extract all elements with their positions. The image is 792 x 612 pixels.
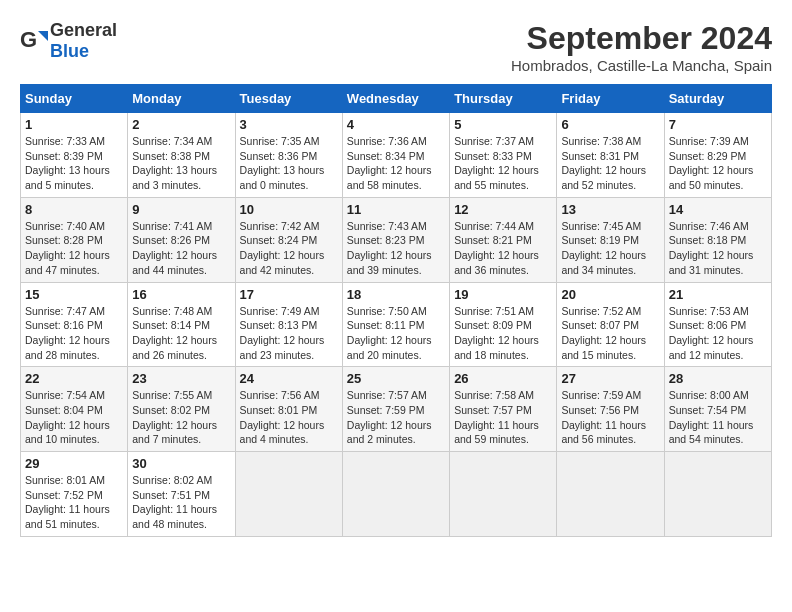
day-number: 23 <box>132 371 230 386</box>
table-row: 13 Sunrise: 7:45 AM Sunset: 8:19 PM Dayl… <box>557 197 664 282</box>
day-number: 14 <box>669 202 767 217</box>
day-number: 22 <box>25 371 123 386</box>
day-detail: Sunrise: 7:47 AM Sunset: 8:16 PM Dayligh… <box>25 304 123 363</box>
table-row <box>342 452 449 537</box>
day-detail: Sunrise: 7:41 AM Sunset: 8:26 PM Dayligh… <box>132 219 230 278</box>
day-detail: Sunrise: 7:49 AM Sunset: 8:13 PM Dayligh… <box>240 304 338 363</box>
title-block: September 2024 Hombrados, Castille-La Ma… <box>511 20 772 74</box>
table-row: 2 Sunrise: 7:34 AM Sunset: 8:38 PM Dayli… <box>128 113 235 198</box>
day-number: 16 <box>132 287 230 302</box>
month-title: September 2024 <box>511 20 772 57</box>
table-row <box>557 452 664 537</box>
day-number: 24 <box>240 371 338 386</box>
day-number: 7 <box>669 117 767 132</box>
day-detail: Sunrise: 7:36 AM Sunset: 8:34 PM Dayligh… <box>347 134 445 193</box>
table-row: 12 Sunrise: 7:44 AM Sunset: 8:21 PM Dayl… <box>450 197 557 282</box>
day-detail: Sunrise: 7:38 AM Sunset: 8:31 PM Dayligh… <box>561 134 659 193</box>
day-number: 17 <box>240 287 338 302</box>
location: Hombrados, Castille-La Mancha, Spain <box>511 57 772 74</box>
table-row <box>664 452 771 537</box>
table-row: 26 Sunrise: 7:58 AM Sunset: 7:57 PM Dayl… <box>450 367 557 452</box>
calendar-week-row: 29 Sunrise: 8:01 AM Sunset: 7:52 PM Dayl… <box>21 452 772 537</box>
day-number: 15 <box>25 287 123 302</box>
day-number: 11 <box>347 202 445 217</box>
day-detail: Sunrise: 7:42 AM Sunset: 8:24 PM Dayligh… <box>240 219 338 278</box>
day-detail: Sunrise: 7:58 AM Sunset: 7:57 PM Dayligh… <box>454 388 552 447</box>
table-row: 4 Sunrise: 7:36 AM Sunset: 8:34 PM Dayli… <box>342 113 449 198</box>
calendar-week-row: 15 Sunrise: 7:47 AM Sunset: 8:16 PM Dayl… <box>21 282 772 367</box>
day-number: 2 <box>132 117 230 132</box>
table-row: 9 Sunrise: 7:41 AM Sunset: 8:26 PM Dayli… <box>128 197 235 282</box>
day-detail: Sunrise: 7:59 AM Sunset: 7:56 PM Dayligh… <box>561 388 659 447</box>
calendar-header-row: Sunday Monday Tuesday Wednesday Thursday… <box>21 85 772 113</box>
day-number: 26 <box>454 371 552 386</box>
day-number: 27 <box>561 371 659 386</box>
svg-text:G: G <box>20 27 37 52</box>
table-row: 10 Sunrise: 7:42 AM Sunset: 8:24 PM Dayl… <box>235 197 342 282</box>
day-number: 6 <box>561 117 659 132</box>
table-row: 17 Sunrise: 7:49 AM Sunset: 8:13 PM Dayl… <box>235 282 342 367</box>
day-detail: Sunrise: 7:39 AM Sunset: 8:29 PM Dayligh… <box>669 134 767 193</box>
day-detail: Sunrise: 7:35 AM Sunset: 8:36 PM Dayligh… <box>240 134 338 193</box>
table-row: 20 Sunrise: 7:52 AM Sunset: 8:07 PM Dayl… <box>557 282 664 367</box>
calendar-week-row: 1 Sunrise: 7:33 AM Sunset: 8:39 PM Dayli… <box>21 113 772 198</box>
day-detail: Sunrise: 7:53 AM Sunset: 8:06 PM Dayligh… <box>669 304 767 363</box>
svg-marker-1 <box>38 31 48 41</box>
table-row: 19 Sunrise: 7:51 AM Sunset: 8:09 PM Dayl… <box>450 282 557 367</box>
day-detail: Sunrise: 7:40 AM Sunset: 8:28 PM Dayligh… <box>25 219 123 278</box>
table-row: 5 Sunrise: 7:37 AM Sunset: 8:33 PM Dayli… <box>450 113 557 198</box>
table-row: 14 Sunrise: 7:46 AM Sunset: 8:18 PM Dayl… <box>664 197 771 282</box>
day-detail: Sunrise: 7:50 AM Sunset: 8:11 PM Dayligh… <box>347 304 445 363</box>
table-row: 1 Sunrise: 7:33 AM Sunset: 8:39 PM Dayli… <box>21 113 128 198</box>
day-detail: Sunrise: 7:45 AM Sunset: 8:19 PM Dayligh… <box>561 219 659 278</box>
col-monday: Monday <box>128 85 235 113</box>
calendar-week-row: 22 Sunrise: 7:54 AM Sunset: 8:04 PM Dayl… <box>21 367 772 452</box>
day-detail: Sunrise: 7:48 AM Sunset: 8:14 PM Dayligh… <box>132 304 230 363</box>
table-row <box>450 452 557 537</box>
col-tuesday: Tuesday <box>235 85 342 113</box>
day-number: 20 <box>561 287 659 302</box>
table-row: 15 Sunrise: 7:47 AM Sunset: 8:16 PM Dayl… <box>21 282 128 367</box>
logo: G General Blue <box>20 20 117 62</box>
table-row: 8 Sunrise: 7:40 AM Sunset: 8:28 PM Dayli… <box>21 197 128 282</box>
day-detail: Sunrise: 7:37 AM Sunset: 8:33 PM Dayligh… <box>454 134 552 193</box>
day-number: 18 <box>347 287 445 302</box>
day-detail: Sunrise: 7:33 AM Sunset: 8:39 PM Dayligh… <box>25 134 123 193</box>
day-number: 9 <box>132 202 230 217</box>
day-detail: Sunrise: 7:54 AM Sunset: 8:04 PM Dayligh… <box>25 388 123 447</box>
day-number: 28 <box>669 371 767 386</box>
day-number: 30 <box>132 456 230 471</box>
table-row: 22 Sunrise: 7:54 AM Sunset: 8:04 PM Dayl… <box>21 367 128 452</box>
table-row: 16 Sunrise: 7:48 AM Sunset: 8:14 PM Dayl… <box>128 282 235 367</box>
day-detail: Sunrise: 7:57 AM Sunset: 7:59 PM Dayligh… <box>347 388 445 447</box>
table-row: 24 Sunrise: 7:56 AM Sunset: 8:01 PM Dayl… <box>235 367 342 452</box>
day-detail: Sunrise: 8:01 AM Sunset: 7:52 PM Dayligh… <box>25 473 123 532</box>
logo-blue-text: Blue <box>50 41 89 61</box>
day-number: 25 <box>347 371 445 386</box>
logo-general-text: General <box>50 20 117 40</box>
day-detail: Sunrise: 7:56 AM Sunset: 8:01 PM Dayligh… <box>240 388 338 447</box>
page-header: G General Blue September 2024 Hombrados,… <box>20 20 772 74</box>
day-number: 21 <box>669 287 767 302</box>
day-detail: Sunrise: 8:02 AM Sunset: 7:51 PM Dayligh… <box>132 473 230 532</box>
table-row: 23 Sunrise: 7:55 AM Sunset: 8:02 PM Dayl… <box>128 367 235 452</box>
day-number: 12 <box>454 202 552 217</box>
day-detail: Sunrise: 7:55 AM Sunset: 8:02 PM Dayligh… <box>132 388 230 447</box>
table-row: 28 Sunrise: 8:00 AM Sunset: 7:54 PM Dayl… <box>664 367 771 452</box>
table-row: 6 Sunrise: 7:38 AM Sunset: 8:31 PM Dayli… <box>557 113 664 198</box>
day-number: 19 <box>454 287 552 302</box>
day-detail: Sunrise: 7:43 AM Sunset: 8:23 PM Dayligh… <box>347 219 445 278</box>
day-number: 1 <box>25 117 123 132</box>
col-sunday: Sunday <box>21 85 128 113</box>
day-detail: Sunrise: 7:44 AM Sunset: 8:21 PM Dayligh… <box>454 219 552 278</box>
col-saturday: Saturday <box>664 85 771 113</box>
day-detail: Sunrise: 7:46 AM Sunset: 8:18 PM Dayligh… <box>669 219 767 278</box>
table-row: 29 Sunrise: 8:01 AM Sunset: 7:52 PM Dayl… <box>21 452 128 537</box>
table-row: 30 Sunrise: 8:02 AM Sunset: 7:51 PM Dayl… <box>128 452 235 537</box>
day-detail: Sunrise: 8:00 AM Sunset: 7:54 PM Dayligh… <box>669 388 767 447</box>
day-detail: Sunrise: 7:52 AM Sunset: 8:07 PM Dayligh… <box>561 304 659 363</box>
day-number: 8 <box>25 202 123 217</box>
table-row: 18 Sunrise: 7:50 AM Sunset: 8:11 PM Dayl… <box>342 282 449 367</box>
day-number: 13 <box>561 202 659 217</box>
table-row: 7 Sunrise: 7:39 AM Sunset: 8:29 PM Dayli… <box>664 113 771 198</box>
